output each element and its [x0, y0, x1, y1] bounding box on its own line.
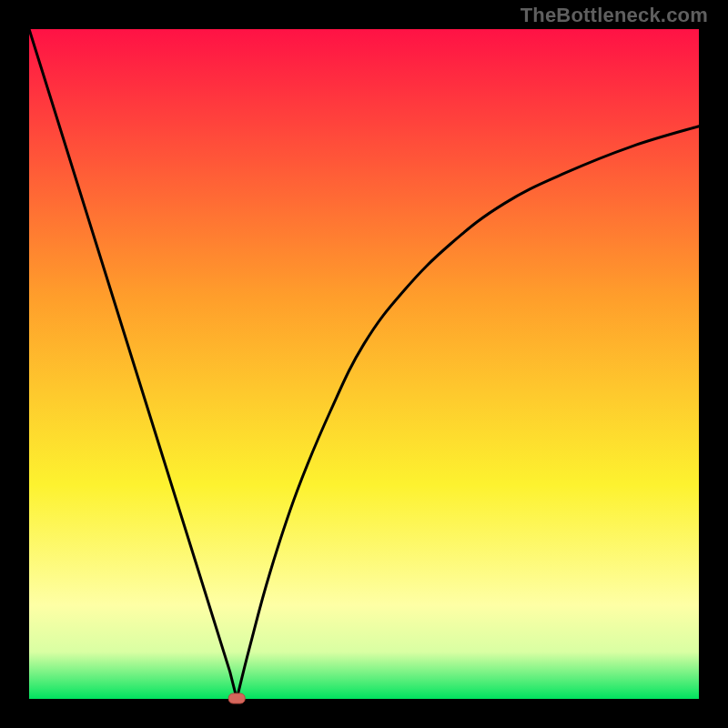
watermark-text: TheBottleneck.com: [521, 4, 708, 27]
gradient-background: [29, 29, 699, 699]
bottleneck-chart: [0, 0, 728, 728]
chart-frame: TheBottleneck.com: [0, 0, 728, 728]
minimum-marker: [228, 693, 245, 703]
